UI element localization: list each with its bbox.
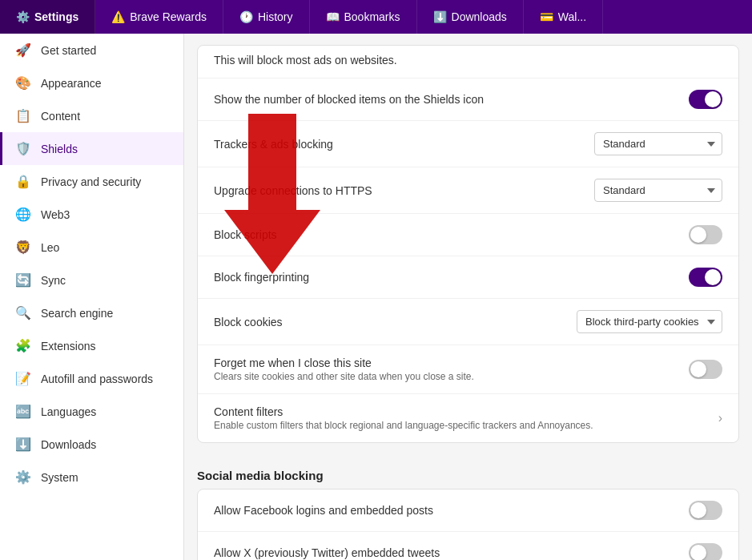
facebook-toggle[interactable]	[689, 501, 722, 520]
content-filters-arrow-icon: ›	[718, 411, 722, 425]
tab-bar: ⚙️ Settings ⚠️ Brave Rewards 🕐 History 📖…	[0, 0, 752, 34]
sidebar-item-languages[interactable]: 🔤 Languages	[0, 395, 183, 428]
sidebar-item-get-started[interactable]: 🚀 Get started	[0, 34, 183, 66]
tab-wallet[interactable]: 💳 Wal...	[524, 0, 603, 34]
sidebar-item-downloads[interactable]: ⬇️ Downloads	[0, 428, 183, 461]
shields-icon: 🛡️	[15, 141, 31, 156]
search-engine-icon: 🔍	[15, 305, 31, 320]
privacy-icon: 🔒	[15, 174, 31, 189]
extensions-icon: 🧩	[15, 338, 31, 353]
forget-me-toggle[interactable]	[689, 360, 722, 379]
setting-row-twitter: Allow X (previously Twitter) embedded tw…	[198, 532, 738, 560]
setting-row-show-blocked: Show the number of blocked items on the …	[198, 79, 738, 121]
shields-settings-card: This will block most ads on websites. Sh…	[197, 45, 739, 443]
sidebar-item-sync[interactable]: 🔄 Sync	[0, 264, 183, 296]
autofill-icon: 📝	[15, 371, 31, 386]
sidebar-item-shields[interactable]: 🛡️ Shields	[0, 132, 183, 165]
setting-row-https: Upgrade connections to HTTPS Standard St…	[198, 167, 738, 214]
https-label: Upgrade connections to HTTPS	[214, 184, 594, 197]
partial-top-text: This will block most ads on websites.	[198, 46, 738, 79]
tab-bookmarks[interactable]: 📖 Bookmarks	[310, 0, 417, 34]
sidebar-item-appearance[interactable]: 🎨 Appearance	[0, 66, 183, 99]
twitter-toggle[interactable]	[689, 543, 722, 560]
sidebar-item-autofill[interactable]: 📝 Autofill and passwords	[0, 362, 183, 395]
fingerprinting-toggle[interactable]	[689, 268, 722, 287]
twitter-label: Allow X (previously Twitter) embedded tw…	[214, 546, 689, 559]
system-icon: ⚙️	[15, 469, 31, 485]
leo-icon: 🦁	[15, 240, 31, 255]
cookies-select[interactable]: Block third-party cookies Block all cook…	[577, 310, 722, 333]
https-select[interactable]: Standard Strict Disabled	[594, 179, 722, 202]
tab-settings[interactable]: ⚙️ Settings	[0, 0, 95, 34]
trackers-label: Trackers & ads blocking	[214, 138, 594, 151]
fingerprinting-label: Block fingerprinting	[214, 271, 689, 284]
settings-icon: ⚙️	[16, 10, 30, 23]
sidebar-item-content[interactable]: 📋 Content	[0, 99, 183, 132]
sidebar-item-leo[interactable]: 🦁 Leo	[0, 231, 183, 264]
forget-me-sublabel: Clears site cookies and other site data …	[214, 371, 474, 382]
setting-row-forget-me: Forget me when I close this site Clears …	[198, 345, 738, 394]
tab-downloads[interactable]: ⬇️ Downloads	[417, 0, 524, 34]
wallet-icon: 💳	[540, 10, 553, 23]
sidebar-item-extensions[interactable]: 🧩 Extensions	[0, 329, 183, 362]
tab-history[interactable]: 🕐 History	[223, 0, 310, 34]
get-started-icon: 🚀	[15, 42, 31, 58]
facebook-label: Allow Facebook logins and embedded posts	[214, 504, 689, 517]
social-media-card: Allow Facebook logins and embedded posts…	[197, 489, 739, 560]
social-media-heading: Social media blocking	[184, 456, 752, 489]
sidebar: 🚀 Get started 🎨 Appearance 📋 Content 🛡️ …	[0, 34, 184, 560]
downloads-tab-icon: ⬇️	[433, 10, 447, 23]
setting-row-block-scripts: Block scripts	[198, 214, 738, 256]
social-media-section: Social media blocking Allow Facebook log…	[184, 456, 752, 560]
trackers-select[interactable]: Standard Aggressive Disabled	[594, 132, 722, 155]
setting-row-content-filters[interactable]: Content filters Enable custom filters th…	[198, 394, 738, 442]
main-layout: 🚀 Get started 🎨 Appearance 📋 Content 🛡️ …	[0, 34, 752, 560]
content-filters-sublabel: Enable custom filters that block regiona…	[214, 420, 593, 431]
cookies-label: Block cookies	[214, 316, 577, 328]
sync-icon: 🔄	[15, 272, 31, 288]
show-blocked-toggle[interactable]	[689, 90, 722, 109]
web3-icon: 🌐	[15, 207, 31, 222]
setting-row-cookies: Block cookies Block third-party cookies …	[198, 299, 738, 345]
app-container: ⚙️ Settings ⚠️ Brave Rewards 🕐 History 📖…	[0, 0, 752, 560]
block-scripts-label: Block scripts	[214, 228, 689, 241]
content-filters-label: Content filters	[214, 405, 593, 418]
forget-me-label: Forget me when I close this site	[214, 357, 474, 369]
sidebar-item-web3[interactable]: 🌐 Web3	[0, 198, 183, 231]
bookmarks-icon: 📖	[326, 10, 340, 23]
content-icon: 📋	[15, 108, 31, 123]
setting-row-fingerprinting: Block fingerprinting	[198, 256, 738, 299]
sidebar-item-search-engine[interactable]: 🔍 Search engine	[0, 296, 183, 329]
sidebar-item-system[interactable]: ⚙️ System	[0, 461, 183, 494]
history-icon: 🕐	[239, 10, 253, 23]
tab-brave-rewards[interactable]: ⚠️ Brave Rewards	[95, 0, 223, 34]
sidebar-item-privacy-security[interactable]: 🔒 Privacy and security	[0, 165, 183, 198]
downloads-sidebar-icon: ⬇️	[15, 437, 31, 452]
content-area: This will block most ads on websites. Sh…	[184, 34, 752, 560]
block-scripts-toggle[interactable]	[689, 225, 722, 244]
brave-rewards-icon: ⚠️	[111, 10, 125, 23]
languages-icon: 🔤	[15, 404, 31, 419]
appearance-icon: 🎨	[15, 75, 31, 91]
show-blocked-label: Show the number of blocked items on the …	[214, 93, 689, 106]
setting-row-trackers: Trackers & ads blocking Standard Aggress…	[198, 121, 738, 167]
setting-row-facebook: Allow Facebook logins and embedded posts	[198, 489, 738, 532]
